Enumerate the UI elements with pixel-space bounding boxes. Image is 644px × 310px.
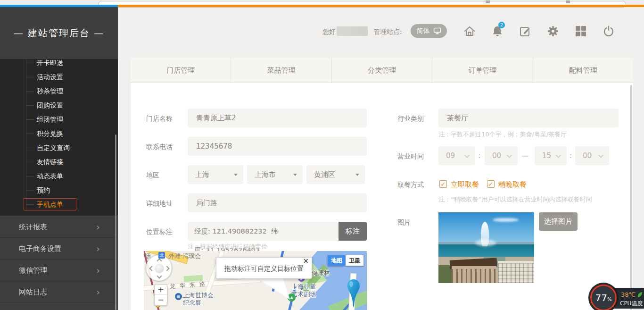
time-colon: :: [478, 146, 480, 165]
caret-down-icon: [293, 174, 297, 176]
sidebar-item-shoujidiandan-active[interactable]: 手机点单: [0, 197, 118, 211]
sidebar-item-youqinglianjie[interactable]: 友情链接: [0, 155, 118, 169]
sidebar-scrollbar[interactable]: [115, 134, 116, 310]
chevron-right-icon: ›: [96, 238, 100, 260]
tooltip-tail: [255, 278, 292, 302]
tab-ingredient-management[interactable]: 配料管理: [533, 58, 633, 83]
district-select[interactable]: 黄浦区: [306, 165, 365, 184]
store-name-input[interactable]: 青青原上草2: [188, 109, 367, 127]
chevron-right-icon: ›: [96, 216, 100, 238]
screen: — 建站管理后台 — 开卡即送 活动设置 秒杀管理 团购设置 组团管理 积分兑换…: [0, 0, 644, 310]
pan-left-icon[interactable]: [149, 266, 154, 271]
content-scrollbar[interactable]: [630, 85, 632, 310]
region-label: 地区: [146, 171, 159, 180]
chevron-right-icon: ›: [96, 281, 100, 303]
manage-site-label: 管理站点:: [373, 28, 402, 36]
zoom-out-button[interactable]: −: [155, 295, 167, 305]
location-note: 注：根据经纬度进行精确定位: [188, 243, 267, 251]
home-icon[interactable]: [463, 25, 476, 37]
tab-order-management[interactable]: 订单管理: [432, 58, 532, 83]
open-hour-select[interactable]: 09: [438, 146, 475, 165]
sidebar-item-jifenduihuan[interactable]: 积分兑换: [0, 126, 118, 141]
category-note: 注：字数不超过10个字，例：美食/粤菜/茶餐厅: [438, 130, 567, 139]
sidebar-item-dongtaibiaodan[interactable]: 动态表单: [0, 169, 118, 183]
edit-icon[interactable]: [519, 25, 531, 37]
time-dash: —: [521, 146, 528, 165]
north-indicator: 北: [158, 252, 165, 259]
address-label: 详细地址: [146, 200, 173, 208]
pickup-now-option[interactable]: 立即取餐: [451, 180, 479, 189]
cpu-usage-gauge[interactable]: 77%: [590, 285, 617, 310]
category-label: 行业类别: [397, 115, 424, 123]
top-accent-bar-orange: [118, 5, 644, 7]
browser-icon-fragment: [566, 0, 570, 3]
pan-up-icon[interactable]: [157, 258, 162, 263]
map-widget[interactable]: 场 外滩·湾璞会 龙华东路 上海世博会 纪念展 ▦ 上海儿童 艺术剧场 ♪ 健康…: [144, 251, 367, 310]
pickup-note: 注：“稍晚取餐”用户可以选择在营业时间内选择取餐时间: [438, 195, 592, 204]
pan-right-icon[interactable]: [164, 266, 169, 271]
sidebar-sections: 统计报表› 电子商务设置› 微信管理› 网站日志›: [0, 216, 118, 303]
map-pan-control[interactable]: [146, 255, 172, 281]
satellite-view-button[interactable]: 卫星: [346, 255, 363, 266]
store-photo-thumbnail: [438, 212, 534, 283]
zoom-in-button[interactable]: +: [155, 285, 167, 295]
user-name-redacted: [337, 26, 368, 36]
sidebar-section-wangzhanrizhi[interactable]: 网站日志›: [0, 281, 118, 303]
tab-category-management[interactable]: 分类管理: [331, 58, 432, 83]
caret-down-icon: [355, 174, 359, 176]
map-zoom-control: + −: [154, 284, 167, 306]
map-view-button[interactable]: 地图: [328, 255, 346, 266]
mark-location-button[interactable]: 标注: [339, 222, 367, 241]
chevron-down-icon: [555, 152, 561, 158]
tooltip-close-icon[interactable]: ×: [303, 257, 309, 265]
sidebar-item-kaikajisong[interactable]: 开卡即送: [0, 59, 118, 70]
phone-label: 联系电话: [146, 143, 173, 151]
category-input[interactable]: 茶餐厅: [438, 109, 619, 127]
settings-gear-icon[interactable]: [547, 25, 559, 37]
apps-grid-icon[interactable]: [575, 25, 587, 37]
leaf-icon: [637, 292, 643, 298]
pickup-later-checkbox[interactable]: ✓: [487, 180, 495, 188]
sidebar-section-tongjibaobiao[interactable]: 统计报表›: [0, 216, 118, 238]
tab-store-management[interactable]: 门店管理: [131, 58, 231, 83]
monitor-icon: [433, 27, 441, 34]
sidebar-item-zidingyichaxun[interactable]: 自定义查询: [0, 141, 118, 155]
language-site-switcher[interactable]: 简体: [411, 24, 447, 38]
cpu-temperature: 38℃: [621, 291, 643, 298]
power-icon[interactable]: [603, 25, 615, 37]
tab-dish-management[interactable]: 菜品管理: [231, 58, 331, 83]
sidebar-item-huodongshezhi[interactable]: 活动设置: [0, 70, 118, 84]
browser-chrome-strip: [0, 0, 644, 5]
sidebar-item-yuyue[interactable]: 预约: [0, 183, 118, 197]
province-select[interactable]: 上海: [188, 165, 243, 184]
map-label-expo-2: 纪念展: [183, 299, 201, 307]
close-hour-select[interactable]: 15: [535, 146, 567, 165]
sidebar-section-weixinguanli[interactable]: 微信管理›: [0, 260, 118, 281]
sidebar-item-tuangoushezhi[interactable]: 团购设置: [0, 98, 118, 112]
close-minute-select[interactable]: 00: [575, 146, 609, 165]
map-type-toggle: 地图 卫星: [327, 255, 364, 266]
pickup-later-option[interactable]: 稍晚取餐: [498, 180, 527, 189]
map-tooltip: 拖动标注可自定义目标位置 ×: [216, 257, 312, 279]
location-input[interactable]: 经度: 121.490882232 纬度: 31.1952626403: [188, 222, 339, 241]
pan-down-icon[interactable]: [157, 273, 162, 278]
phone-input[interactable]: 12345678: [188, 137, 367, 156]
greeting-text: 您好: [322, 28, 336, 36]
notification-count-badge: 2: [498, 22, 505, 28]
chevron-right-icon: ›: [96, 260, 100, 281]
museum-poi-icon: ▦: [175, 293, 182, 300]
sidebar-section-dianzishangwu[interactable]: 电子商务设置›: [0, 238, 118, 260]
location-label: 位置标注: [146, 228, 173, 236]
choose-image-button[interactable]: 选择图片: [539, 212, 578, 231]
map-pin[interactable]: [347, 278, 361, 309]
pan-knob[interactable]: [155, 264, 164, 273]
map-label-bund: 外滩·湾璞会: [168, 252, 201, 260]
city-select[interactable]: 上海市: [247, 165, 303, 184]
pickup-now-checkbox[interactable]: ✓: [439, 180, 447, 188]
sidebar: — 建站管理后台 — 开卡即送 活动设置 秒杀管理 团购设置 组团管理 积分兑换…: [0, 7, 118, 310]
address-input[interactable]: 局门路: [188, 193, 367, 212]
sidebar-item-miaoshaguanli[interactable]: 秒杀管理: [0, 84, 118, 98]
sidebar-item-zutuanguanli[interactable]: 组团管理: [0, 112, 118, 126]
open-minute-select[interactable]: 00: [485, 146, 518, 165]
active-item-highlight-box: [24, 198, 76, 210]
